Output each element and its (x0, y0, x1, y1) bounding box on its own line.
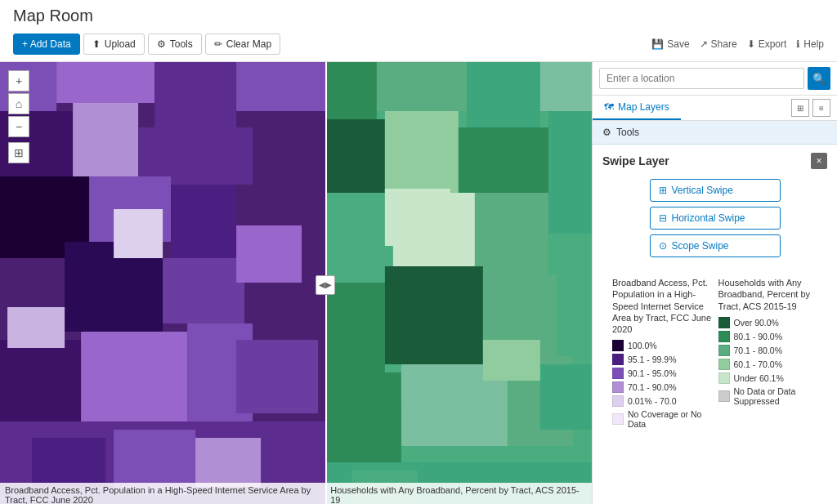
legend-item: No Data or Data Suppressed (718, 386, 818, 406)
svg-rect-26 (325, 62, 377, 119)
gear-icon: ⚙ (157, 38, 166, 50)
tools-label: Tools (616, 127, 639, 138)
layers-icon: 🗺 (604, 101, 614, 113)
legend-swatch (612, 381, 624, 393)
svg-rect-29 (540, 62, 592, 111)
svg-rect-50 (483, 340, 540, 381)
swipe-layer-title: Swipe Layer (602, 154, 669, 167)
location-input[interactable] (599, 68, 804, 89)
legend-item: 80.1 - 90.0% (718, 331, 818, 342)
horizontal-swipe-button[interactable]: ⊟ Horizontal Swipe (650, 207, 781, 230)
svg-rect-47 (344, 405, 401, 446)
legend-left-title: Broadband Access, Pct. Population in a H… (612, 277, 712, 335)
tools-button[interactable]: ⚙ Tools (148, 33, 202, 55)
zoom-out-button[interactable]: − (8, 116, 29, 137)
svg-rect-21 (114, 209, 163, 258)
help-icon: ℹ (796, 38, 800, 50)
legend-swatch (718, 390, 730, 402)
scope-swipe-icon: ⊙ (659, 240, 667, 252)
svg-rect-46 (410, 299, 459, 348)
upload-icon: ⬆ (92, 38, 101, 50)
grid-view-button[interactable]: ⊞ (791, 99, 809, 117)
panel-tab-icons: ⊞ ≡ (785, 96, 837, 120)
legend-swatch (612, 354, 624, 365)
zoom-in-button[interactable]: + (8, 70, 29, 91)
swipe-layer-close-button[interactable]: × (811, 153, 827, 169)
tab-map-layers[interactable]: 🗺 Map Layers (593, 96, 681, 120)
legend-swatch (718, 331, 730, 342)
toolbar: + Add Data ⬆ Upload ⚙ Tools ✏ Clear Map … (13, 30, 824, 58)
svg-rect-28 (467, 62, 540, 127)
home-button[interactable]: ⌂ (8, 93, 29, 114)
upload-button[interactable]: ⬆ Upload (83, 33, 145, 55)
share-icon: ↗ (700, 38, 708, 50)
legend-right: Households with Any Broadband, Percent b… (718, 277, 818, 431)
legend-item: 90.1 - 95.0% (612, 368, 712, 379)
export-icon: ⬇ (747, 38, 755, 50)
svg-rect-35 (475, 193, 548, 274)
add-data-button[interactable]: + Add Data (13, 33, 80, 55)
legend-swatch (718, 359, 730, 370)
legend-swatch (718, 372, 730, 384)
svg-rect-6 (73, 103, 138, 176)
legend-area: Broadband Access, Pct. Population in a H… (602, 270, 827, 438)
list-view-button[interactable]: ≡ (812, 99, 830, 117)
svg-rect-22 (7, 307, 65, 348)
pencil-icon: ✏ (214, 38, 222, 50)
help-item[interactable]: ℹ Help (796, 38, 824, 50)
svg-rect-15 (81, 332, 187, 421)
clear-map-button[interactable]: ✏ Clear Map (205, 33, 280, 55)
horizontal-swipe-icon: ⊟ (659, 212, 667, 224)
legend-swatch (718, 345, 730, 356)
legend-item: 70.1 - 90.0% (612, 381, 712, 393)
swipe-options: ⊞ Vertical Swipe ⊟ Horizontal Swipe ⊙ Sc… (602, 179, 827, 257)
vertical-swipe-button[interactable]: ⊞ Vertical Swipe (650, 179, 781, 202)
scope-swipe-button[interactable]: ⊙ Scope Swipe (650, 234, 781, 257)
legend-left: Broadband Access, Pct. Population in a H… (612, 277, 712, 431)
save-icon: 💾 (651, 38, 664, 50)
page-title: Map Room (13, 7, 824, 25)
svg-rect-7 (138, 127, 253, 185)
svg-rect-27 (377, 62, 467, 111)
location-search-button[interactable]: 🔍 (808, 67, 830, 90)
legend-item: 60.1 - 70.0% (718, 359, 818, 370)
svg-rect-37 (325, 283, 385, 372)
legend-swatch (612, 368, 624, 379)
map-controls: + ⌂ − ⊞ (8, 70, 29, 165)
svg-rect-23 (236, 225, 302, 283)
svg-rect-2 (56, 62, 154, 103)
legend-item: 70.1 - 80.0% (718, 345, 818, 356)
legend-item: Over 90.0% (718, 317, 818, 328)
toolbar-right: 💾 Save ↗ Share ⬇ Export ℹ Help (651, 38, 824, 50)
gear-icon-tools: ⚙ (602, 127, 611, 138)
panel-tabs: 🗺 Map Layers ⊞ ≡ (593, 96, 837, 121)
map-area[interactable]: ◀▶ + ⌂ − ⊞ Broadband Access, Pct. Popula… (0, 62, 592, 504)
map-canvas: ◀▶ + ⌂ − ⊞ Broadband Access, Pct. Popula… (0, 62, 592, 504)
share-item[interactable]: ↗ Share (700, 38, 737, 50)
basemap-button[interactable]: ⊞ (8, 142, 29, 163)
svg-rect-33 (325, 193, 393, 283)
svg-rect-30 (325, 119, 385, 193)
search-icon: 🔍 (812, 73, 826, 85)
save-item[interactable]: 💾 Save (651, 38, 689, 50)
svg-rect-24 (236, 340, 318, 413)
svg-rect-20 (195, 438, 261, 487)
legend-swatch (612, 395, 624, 407)
export-item[interactable]: ⬇ Export (747, 38, 787, 50)
location-search-bar: 🔍 (593, 62, 837, 96)
map-left (0, 62, 325, 504)
svg-rect-49 (385, 189, 450, 246)
vertical-swipe-icon: ⊞ (659, 185, 667, 196)
legend-right-title: Households with Any Broadband, Percent b… (718, 277, 818, 312)
swipe-layer-header: Swipe Layer × (602, 153, 827, 169)
main-layout: ◀▶ + ⌂ − ⊞ Broadband Access, Pct. Popula… (0, 62, 837, 504)
svg-rect-14 (0, 340, 81, 421)
map-swipe-handle[interactable]: ◀▶ (316, 275, 335, 295)
legend-swatch (612, 413, 624, 425)
svg-rect-31 (385, 111, 459, 193)
right-panel: 🔍 🗺 Map Layers ⊞ ≡ ⚙ Tools Swipe Layer × (592, 62, 837, 504)
map-caption-left: Broadband Access, Pct. Population in a H… (0, 483, 325, 504)
svg-rect-32 (459, 127, 557, 193)
tools-header: ⚙ Tools (593, 121, 837, 145)
legend-swatch (718, 317, 730, 328)
